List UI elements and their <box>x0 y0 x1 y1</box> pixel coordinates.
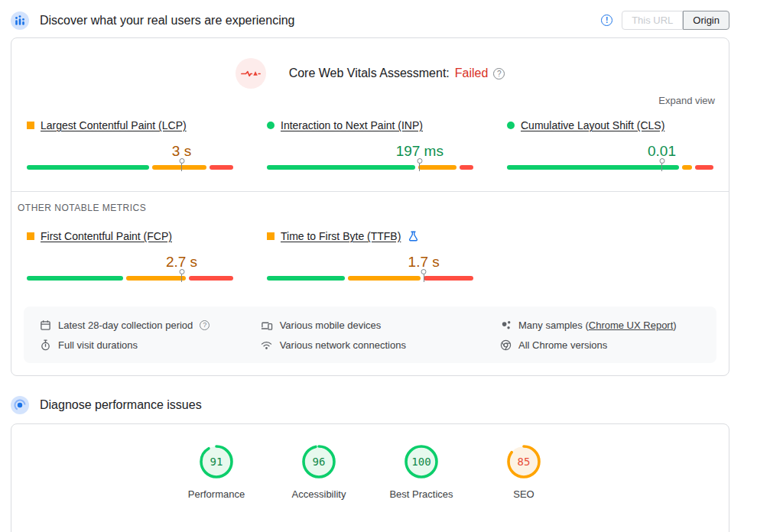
gauge-seo[interactable]: 85 SEO <box>489 444 559 500</box>
cwv-assessment: Core Web Vitals Assessment: Failed ? <box>11 38 729 89</box>
url-origin-toggle: This URL Origin <box>622 11 729 30</box>
core-web-vitals-grid: Largest Contentful Paint (LCP) 3 s Inter… <box>11 119 729 170</box>
other-metrics-heading: OTHER NOTABLE METRICS <box>18 203 729 213</box>
info-icon[interactable]: ! <box>601 15 612 26</box>
ttfb-link[interactable]: Time to First Byte (TTFB) <box>281 230 401 242</box>
inp-distribution-bar <box>267 165 473 170</box>
best-practices-score: 100 <box>404 444 439 479</box>
inp-p75-marker <box>417 158 422 164</box>
metric-inp: Interaction to Next Paint (INP) 197 ms <box>267 119 473 170</box>
calendar-icon <box>39 320 51 331</box>
footnote-samples: Many samples (Chrome UX Report) <box>499 315 716 335</box>
field-section-title: Discover what your real users are experi… <box>40 14 294 28</box>
network-icon <box>261 340 273 350</box>
fcp-link[interactable]: First Contentful Paint (FCP) <box>41 230 172 242</box>
lab-section-title: Diagnose performance issues <box>40 398 202 412</box>
fcp-p75-marker <box>179 269 184 274</box>
real-users-bar-chart-icon <box>11 11 29 30</box>
other-metrics-grid: First Contentful Paint (FCP) 2.7 s Time … <box>11 230 729 281</box>
origin-button[interactable]: Origin <box>683 11 729 30</box>
category-gauges: 91 Performance 96 Accessibility 100 <box>11 424 729 500</box>
lab-data-card: 91 Performance 96 Accessibility 100 <box>11 423 729 532</box>
lab-section-header: Diagnose performance issues <box>0 376 783 423</box>
lcp-rating-bullet <box>27 122 34 129</box>
metric-ttfb: Time to First Byte (TTFB) 1.7 s <box>267 230 473 281</box>
accessibility-label: Accessibility <box>292 488 346 500</box>
ttfb-value: 1.7 s <box>408 254 440 271</box>
footnote-mobile-devices: Various mobile devices <box>261 315 499 335</box>
metric-lcp: Largest Contentful Paint (LCP) 3 s <box>27 119 233 170</box>
inp-value: 197 ms <box>396 143 443 160</box>
samples-icon <box>499 320 512 331</box>
best-practices-label: Best Practices <box>389 488 453 500</box>
this-url-button[interactable]: This URL <box>622 11 683 30</box>
inp-link[interactable]: Interaction to Next Paint (INP) <box>281 119 423 131</box>
field-data-card: Core Web Vitals Assessment: Failed ? Exp… <box>11 37 729 376</box>
stopwatch-icon <box>39 339 51 351</box>
assessment-status: Failed <box>455 66 489 80</box>
metric-fcp: First Contentful Paint (FCP) 2.7 s <box>27 230 233 281</box>
gauge-best-practices[interactable]: 100 Best Practices <box>386 444 456 500</box>
help-icon[interactable]: ? <box>493 68 505 79</box>
field-section-header: Discover what your real users are experi… <box>0 0 783 37</box>
footnote-network-connections: Various network connections <box>261 335 499 355</box>
data-collection-footnotes: Latest 28-day collection period ? Full v… <box>24 307 716 363</box>
seo-score: 85 <box>506 444 541 479</box>
lcp-distribution-bar <box>27 165 233 170</box>
ttfb-rating-bullet <box>267 232 275 240</box>
accessibility-score: 96 <box>301 444 336 479</box>
ttfb-p75-marker <box>421 269 427 274</box>
fcp-value: 2.7 s <box>166 254 197 271</box>
chrome-icon <box>499 339 512 351</box>
section-divider <box>11 191 729 192</box>
footnote-collection-period: Latest 28-day collection period ? <box>39 315 261 335</box>
gauge-performance[interactable]: 91 Performance <box>181 444 252 500</box>
cls-link[interactable]: Cumulative Layout Shift (CLS) <box>521 119 664 131</box>
performance-label: Performance <box>188 488 245 500</box>
cls-rating-bullet <box>507 122 515 129</box>
gauge-accessibility[interactable]: 96 Accessibility <box>284 444 354 500</box>
lcp-p75-marker <box>179 158 184 164</box>
chrome-ux-report-link[interactable]: Chrome UX Report <box>589 320 674 331</box>
seo-label: SEO <box>513 488 534 500</box>
footnote-chrome-versions: All Chrome versions <box>499 335 716 355</box>
help-icon[interactable]: ? <box>200 320 210 330</box>
gauge-icon <box>11 396 29 414</box>
ttfb-distribution-bar <box>267 276 473 281</box>
metric-cls: Cumulative Layout Shift (CLS) 0.01 <box>507 119 713 170</box>
footnote-visit-durations: Full visit durations <box>39 335 261 355</box>
expand-view-button[interactable]: Expand view <box>658 95 715 106</box>
performance-score: 91 <box>199 444 234 479</box>
assessment-label: Core Web Vitals Assessment: <box>289 66 450 80</box>
fcp-distribution-bar <box>27 276 233 281</box>
inp-rating-bullet <box>267 122 275 129</box>
experimental-flask-icon <box>408 231 418 242</box>
heartbeat-icon <box>236 58 266 89</box>
devices-icon <box>261 320 273 331</box>
cls-distribution-bar <box>507 165 713 170</box>
fcp-rating-bullet <box>27 232 34 240</box>
cls-p75-marker <box>659 158 664 164</box>
lcp-value: 3 s <box>172 143 191 160</box>
lcp-link[interactable]: Largest Contentful Paint (LCP) <box>41 119 187 131</box>
cls-value: 0.01 <box>648 143 676 160</box>
